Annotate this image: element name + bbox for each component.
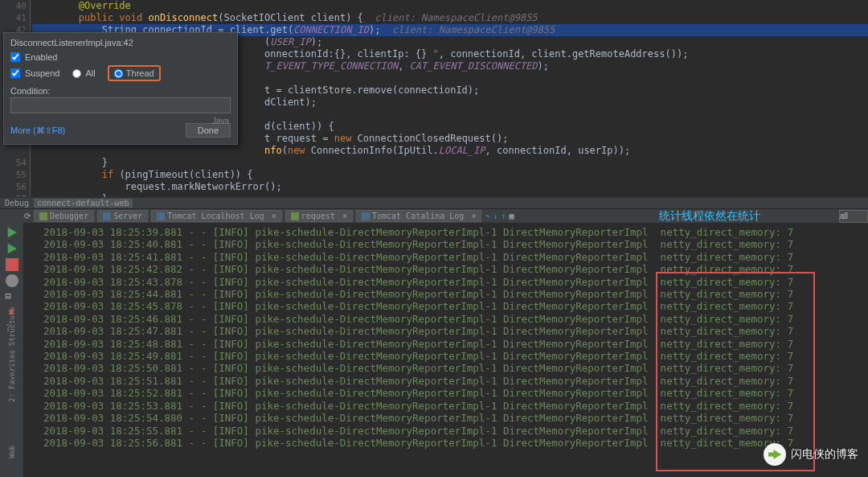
- suspend-checkbox[interactable]: [10, 68, 20, 78]
- lang-indicator: Java: [212, 117, 229, 125]
- enabled-checkbox[interactable]: [10, 52, 20, 62]
- rail-structure[interactable]: Structure: [8, 306, 16, 346]
- rail-web[interactable]: Web: [8, 446, 16, 458]
- tab-debugger[interactable]: Debugger: [34, 210, 94, 222]
- console-log[interactable]: 2018-09-03 18:25:39.881 - - [INFO] pike-…: [24, 223, 868, 477]
- breakpoint-popup: DisconnectListenerImpl.java:42 Enabled S…: [3, 32, 238, 145]
- tab-catalina[interactable]: Tomcat Catalina Log ×: [356, 210, 481, 222]
- debug-toolwindow-header[interactable]: Debug connect-default-web: [0, 197, 868, 208]
- log-filter[interactable]: [839, 210, 868, 223]
- tab-server[interactable]: Server: [97, 210, 148, 222]
- watermark-text: 闪电侠的博客: [791, 447, 858, 462]
- restart-icon[interactable]: ⟳: [24, 212, 31, 220]
- more-link[interactable]: More (⌘⇧F8): [10, 125, 65, 136]
- wechat-icon: [764, 443, 786, 466]
- all-label: All: [86, 68, 96, 78]
- suspend-label: Suspend: [25, 68, 59, 78]
- tab-tomcat-log[interactable]: Tomcat Localhost Log ×: [151, 210, 281, 222]
- settings-icon[interactable]: [6, 274, 18, 287]
- suspend-all-radio[interactable]: [72, 69, 81, 78]
- enabled-label: Enabled: [25, 52, 57, 62]
- suspend-thread-radio[interactable]: [114, 69, 123, 78]
- stop-icon[interactable]: [6, 258, 18, 271]
- step-out-icon[interactable]: ↑: [501, 212, 506, 220]
- debug-label: Debug: [5, 199, 29, 208]
- condition-label: Condition:: [10, 86, 51, 96]
- resume-icon[interactable]: [6, 226, 18, 239]
- annotation-stats-thread: 统计线程依然在统计: [659, 209, 760, 224]
- rerun-icon[interactable]: [6, 242, 18, 255]
- tab-request[interactable]: request ×: [285, 210, 353, 222]
- thread-option-highlight: Thread: [108, 65, 161, 81]
- breakpoint-title: DisconnectListenerImpl.java:42: [10, 38, 231, 47]
- step-over-icon[interactable]: ↷: [485, 212, 489, 220]
- step-into-icon[interactable]: ↓: [493, 212, 497, 220]
- rail-favorites[interactable]: 2: Favorites: [8, 350, 16, 402]
- watermark: 闪电侠的博客: [764, 443, 858, 466]
- console-panel: ⊟ ✖ ? 2018-09-03 18:25:39.881 - - [INFO]…: [0, 223, 868, 477]
- eval-icon[interactable]: ▦: [510, 212, 514, 220]
- run-config-name[interactable]: connect-default-web: [34, 199, 132, 208]
- pin-icon[interactable]: ⊟: [6, 290, 18, 303]
- left-tool-rail: Structure 2: Favorites Web: [0, 322, 10, 467]
- thread-label: Thread: [126, 68, 154, 78]
- condition-input[interactable]: [10, 97, 231, 113]
